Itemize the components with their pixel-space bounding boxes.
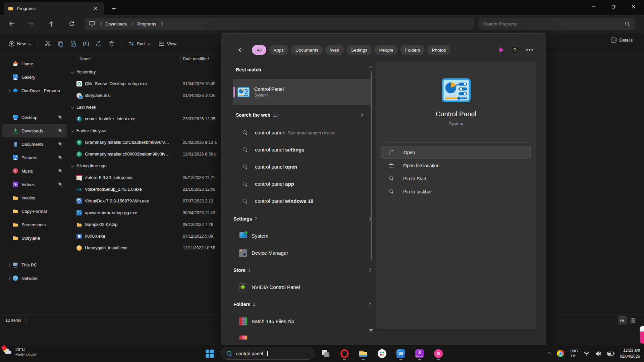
chevron-right-icon[interactable] xyxy=(368,268,371,272)
web-suggestion[interactable]: control panel open xyxy=(233,158,371,175)
chevron-right-icon[interactable] xyxy=(368,302,371,306)
expand-chevron-icon[interactable] xyxy=(5,277,13,280)
sidebar-item[interactable] xyxy=(2,97,67,111)
chevron-right-icon[interactable] xyxy=(130,22,134,25)
search-result-row[interactable]: System xyxy=(233,227,371,244)
sidebar-item[interactable]: Downloads xyxy=(2,124,67,137)
best-match-result[interactable]: Control Panel System xyxy=(233,79,372,105)
search-result-row[interactable]: Batch 145 Files.zip xyxy=(233,313,371,330)
explorer-tab[interactable]: Programs xyxy=(4,2,104,15)
taskbar-app[interactable] xyxy=(432,346,445,361)
sidebar-item[interactable]: Pictures xyxy=(2,151,67,164)
copy-button[interactable] xyxy=(54,38,67,50)
column-header-date-modified[interactable]: Date modified xyxy=(183,57,209,61)
web-suggestion[interactable]: control panel settings xyxy=(233,141,371,158)
view-button[interactable]: View xyxy=(155,39,180,49)
share-button[interactable] xyxy=(92,38,105,50)
sidebar-item[interactable]: OneDrive - Persona xyxy=(2,84,67,97)
clock[interactable]: 12:23 am 02/04/2026 xyxy=(620,348,640,359)
sidebar-item[interactable] xyxy=(2,245,67,258)
search-filter-tab[interactable]: People xyxy=(374,45,398,55)
group-collapse-icon[interactable] xyxy=(70,130,74,132)
taskbar-search-box[interactable]: control panel xyxy=(221,348,314,360)
play-icon[interactable] xyxy=(499,47,504,53)
search-result-row[interactable]: NVIDIA Control Panel xyxy=(233,279,371,296)
start-button[interactable] xyxy=(203,346,216,361)
search-result-row[interactable]: Device Manager xyxy=(233,244,371,261)
paste-button[interactable] xyxy=(67,38,79,50)
column-separator[interactable] xyxy=(180,55,181,63)
tab-close-icon[interactable] xyxy=(91,4,100,13)
tray-overflow-icon[interactable] xyxy=(547,352,552,356)
breadcrumb-item[interactable]: Programs xyxy=(137,21,156,26)
maximize-button[interactable] xyxy=(606,0,621,13)
action-row[interactable]: Open file location xyxy=(381,159,531,172)
search-filter-tab[interactable]: Settings xyxy=(346,45,372,55)
search-result-row[interactable]: Store 1 xyxy=(233,261,371,279)
details-view-toggle[interactable] xyxy=(618,316,627,324)
group-collapse-icon[interactable] xyxy=(70,106,74,108)
sidebar-item[interactable]: Music xyxy=(2,164,67,178)
action-row[interactable]: Open xyxy=(381,146,531,159)
chevron-right-icon[interactable] xyxy=(160,22,163,25)
sidebar-item[interactable]: Gallery xyxy=(2,70,67,84)
search-filter-tab[interactable]: Documents xyxy=(291,45,323,55)
sidebar-item[interactable]: Storylane xyxy=(2,231,67,245)
large-icons-view-toggle[interactable] xyxy=(629,316,637,324)
search-filter-tab[interactable]: All xyxy=(252,45,266,55)
search-result-row[interactable]: Settings 2 xyxy=(233,210,371,227)
rename-button[interactable] xyxy=(79,38,92,50)
scroll-up-icon[interactable] xyxy=(369,66,373,70)
breadcrumb-item[interactable]: Downloads xyxy=(105,21,127,26)
wifi-icon[interactable] xyxy=(583,351,590,356)
edge-flyout-handle[interactable] xyxy=(640,326,644,344)
taskbar-app[interactable] xyxy=(338,346,351,361)
battery-icon[interactable] xyxy=(607,352,614,356)
action-row[interactable]: Pin to taskbar xyxy=(381,185,531,198)
close-button[interactable] xyxy=(626,0,641,13)
refresh-button[interactable] xyxy=(66,18,77,29)
forward-button[interactable] xyxy=(25,18,36,29)
web-suggestion[interactable]: control panel windows 10 xyxy=(233,192,371,209)
action-row[interactable]: Pin to Start xyxy=(381,172,531,185)
sidebar-item[interactable]: Desktop xyxy=(2,111,67,124)
delete-button[interactable] xyxy=(105,38,118,50)
sidebar-item[interactable]: Screenshots xyxy=(2,218,67,231)
expand-chevron-icon[interactable] xyxy=(5,89,13,92)
sidebar-item[interactable]: Copy-Format xyxy=(2,204,67,218)
minimize-button[interactable] xyxy=(586,0,601,13)
web-suggestion[interactable]: control panel - See more search results xyxy=(233,124,371,141)
sidebar-item[interactable]: Home xyxy=(2,57,67,70)
scrollbar-thumb[interactable] xyxy=(371,71,372,259)
search-back-button[interactable] xyxy=(236,45,246,55)
taskbar-app[interactable] xyxy=(394,346,408,361)
search-filter-tab[interactable]: Photos xyxy=(427,45,450,55)
sort-button[interactable]: Sort xyxy=(125,38,153,49)
sidebar-item[interactable]: Documents xyxy=(2,137,67,151)
explorer-search-box[interactable]: Search Programs xyxy=(479,18,635,30)
taskbar-app[interactable] xyxy=(357,346,370,361)
language-indicator[interactable]: ENGUS xyxy=(570,349,578,359)
taskbar-app[interactable] xyxy=(375,346,389,361)
weather-widget[interactable]: 1 23°C Partly cloudy xyxy=(3,347,37,357)
taskbar-app[interactable] xyxy=(319,346,332,361)
up-button[interactable] xyxy=(46,18,57,29)
search-filter-tab[interactable]: Web xyxy=(325,45,344,55)
sidebar-item[interactable]: This PC xyxy=(2,258,67,272)
new-tab-button[interactable] xyxy=(109,4,118,13)
sidebar-item[interactable]: Invoice xyxy=(2,191,67,204)
sidebar-item[interactable]: Videos xyxy=(2,178,67,191)
new-button[interactable]: New xyxy=(5,38,34,49)
more-options-icon[interactable]: ••• xyxy=(526,47,534,53)
sidebar-item[interactable]: Network xyxy=(2,272,67,285)
group-collapse-icon[interactable] xyxy=(70,71,74,73)
taskbar-app[interactable] xyxy=(413,346,426,361)
group-collapse-icon[interactable] xyxy=(70,165,74,167)
chevron-right-icon[interactable] xyxy=(99,22,102,25)
expand-chevron-icon[interactable] xyxy=(5,264,13,266)
chevron-right-icon[interactable] xyxy=(360,113,363,117)
column-header-name[interactable]: Name xyxy=(79,57,91,61)
web-suggestion[interactable]: control panel app xyxy=(233,175,371,192)
avatar[interactable]: D xyxy=(511,46,519,54)
search-result-row[interactable]: Folders 2 xyxy=(233,296,371,313)
